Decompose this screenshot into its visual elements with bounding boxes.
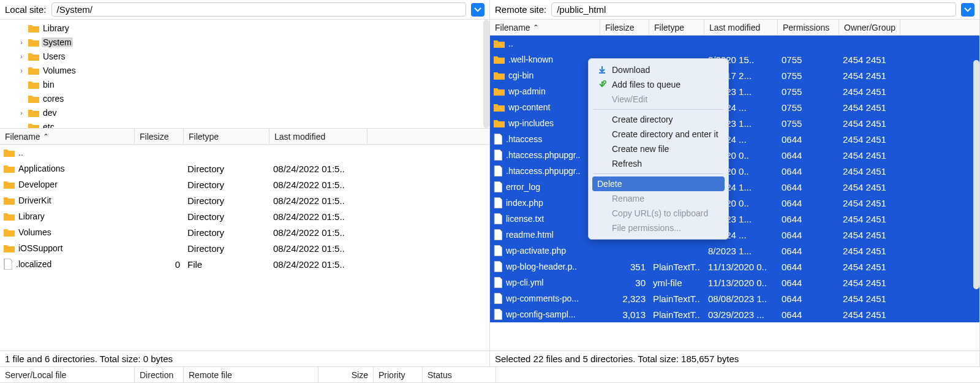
folder-icon <box>28 123 39 129</box>
file-row[interactable]: wp-admin8/2023 1...07552454 2451 <box>490 83 979 99</box>
file-row[interactable]: license.txt7/2023 1...06442454 2451 <box>490 211 979 227</box>
file-icon <box>494 181 502 192</box>
remote-path-dropdown[interactable] <box>961 3 974 17</box>
scrollbar[interactable] <box>973 60 979 289</box>
file-mod: 08/08/2023 1.. <box>704 294 778 304</box>
file-icon <box>4 259 12 270</box>
col-filetype[interactable]: Filetype <box>649 20 704 35</box>
col-status[interactable]: Status <box>423 367 496 382</box>
file-perm: 0755 <box>778 118 839 129</box>
file-perm: 0644 <box>778 262 839 272</box>
file-row[interactable]: .htaccess.phpupgr..7/2020 0..06442454 24… <box>490 163 979 179</box>
tree-item[interactable]: ›System <box>0 35 489 49</box>
chevron-right-icon[interactable]: › <box>17 109 26 116</box>
file-owner: 2454 2451 <box>839 86 900 97</box>
local-file-list[interactable]: ..ApplicationsDirectory08/24/2022 01:5..… <box>0 145 489 351</box>
col-priority[interactable]: Priority <box>374 367 423 382</box>
file-row[interactable]: DriverKitDirectory08/24/2022 01:5.. <box>0 192 489 208</box>
file-size: 0 <box>135 259 184 270</box>
file-row[interactable]: wp-activate.php8/2023 1...06442454 2451 <box>490 243 979 259</box>
col-filename[interactable]: Filename⌃ <box>490 20 600 35</box>
file-row[interactable]: DeveloperDirectory08/24/2022 01:5.. <box>0 176 489 192</box>
file-row[interactable]: .well-known2/2020 15..07552454 2451 <box>490 51 979 67</box>
col-size[interactable]: Size <box>318 367 374 382</box>
tree-item[interactable]: cores <box>0 91 489 105</box>
tree-item[interactable]: ›dev <box>0 105 489 119</box>
file-owner: 2454 2451 <box>839 102 900 113</box>
file-row[interactable]: ApplicationsDirectory08/24/2022 01:5.. <box>0 161 489 176</box>
file-name: license.txt <box>506 214 544 224</box>
col-direction[interactable]: Direction <box>135 367 184 382</box>
file-row[interactable]: .htaccess8/2024 ...06442454 2451 <box>490 131 979 147</box>
col-remote-file[interactable]: Remote file <box>184 367 318 382</box>
file-row[interactable]: .htaccess.phpupgr..7/2020 0..06442454 24… <box>490 147 979 163</box>
file-icon <box>494 134 502 145</box>
file-row[interactable]: LibraryDirectory08/24/2022 01:5.. <box>0 208 489 224</box>
file-row[interactable]: .. <box>490 36 979 51</box>
ctx-view-edit: View/Edit <box>589 92 728 107</box>
col-filesize[interactable]: Filesize <box>135 129 184 144</box>
file-mod: 08/24/2022 01:5.. <box>270 180 368 190</box>
file-icon <box>494 261 502 272</box>
file-icon <box>494 245 502 256</box>
tree-item[interactable]: ›Volumes <box>0 63 489 77</box>
file-name: wp-cli.yml <box>506 278 543 287</box>
tree-item[interactable]: bin <box>0 77 489 91</box>
file-name: index.php <box>506 198 543 208</box>
file-row[interactable]: iOSSupportDirectory08/24/2022 01:5.. <box>0 240 489 256</box>
col-filename[interactable]: Filename⌃ <box>0 129 135 144</box>
tree-item[interactable]: etc <box>0 119 489 129</box>
file-name: wp-content <box>508 102 550 112</box>
scrollbar[interactable] <box>483 20 489 128</box>
chevron-right-icon[interactable]: › <box>17 67 26 74</box>
tree-label: cores <box>42 94 65 104</box>
col-filetype[interactable]: Filetype <box>184 129 270 144</box>
file-name: Library <box>18 211 45 221</box>
local-path-dropdown[interactable] <box>471 3 484 17</box>
file-row[interactable]: .localized0File08/24/2022 01:5.. <box>0 256 489 272</box>
local-path-input[interactable]: /System/ <box>51 2 466 17</box>
folder-icon <box>4 196 15 205</box>
file-row[interactable]: .. <box>0 145 489 161</box>
ctx-create-file[interactable]: Create new file <box>589 142 728 156</box>
ctx-delete[interactable]: Delete <box>592 176 725 191</box>
file-row[interactable]: VolumesDirectory08/24/2022 01:5.. <box>0 224 489 240</box>
file-row[interactable]: wp-cli.yml30yml-file11/13/2020 0..064424… <box>490 275 979 290</box>
file-row[interactable]: wp-content8/2024 ...07552454 2451 <box>490 99 979 115</box>
col-perm[interactable]: Permissions <box>778 20 839 35</box>
file-row[interactable]: error_log7/2024 1...06442454 2451 <box>490 179 979 195</box>
tree-item[interactable]: ›Users <box>0 49 489 63</box>
file-row[interactable]: index.php3/2020 0..06442454 2451 <box>490 195 979 211</box>
ctx-create-dir-enter[interactable]: Create directory and enter it <box>589 127 728 142</box>
file-row[interactable]: wp-comments-po...2,323PlainTextT..08/08/… <box>490 290 979 306</box>
remote-pane: Remote site: /public_html Filename⌃ File… <box>490 0 980 366</box>
file-row[interactable]: wp-includes7/2023 1...07552454 2451 <box>490 115 979 131</box>
ctx-add-queue[interactable]: Add files to queue <box>589 77 728 92</box>
file-name: cgi-bin <box>508 70 533 80</box>
file-perm: 0644 <box>778 246 839 256</box>
local-tree[interactable]: Library›System›Users›Volumesbincores›dev… <box>0 20 489 129</box>
col-lastmod[interactable]: Last modified <box>704 20 778 35</box>
ctx-refresh[interactable]: Refresh <box>589 156 728 171</box>
file-size: 30 <box>600 278 649 288</box>
file-row[interactable]: cgi-bin2/2017 2...07552454 2451 <box>490 67 979 83</box>
remote-path-input[interactable]: /public_html <box>551 2 956 17</box>
chevron-right-icon[interactable]: › <box>17 39 26 46</box>
file-mod: 08/24/2022 01:5.. <box>270 243 368 254</box>
ctx-download[interactable]: Download <box>589 63 728 77</box>
file-owner: 2454 2451 <box>839 118 900 129</box>
ctx-create-dir[interactable]: Create directory <box>589 112 728 127</box>
file-type: PlainTextT.. <box>649 294 704 304</box>
chevron-right-icon[interactable]: › <box>17 53 26 60</box>
file-owner: 2454 2451 <box>839 262 900 272</box>
file-row[interactable]: wp-blog-header.p..351PlainTextT..11/13/2… <box>490 259 979 275</box>
file-icon <box>494 165 502 176</box>
remote-file-list[interactable]: ...well-known2/2020 15..07552454 2451cgi… <box>490 36 979 351</box>
col-lastmod[interactable]: Last modified <box>270 129 368 144</box>
col-owner[interactable]: Owner/Group <box>839 20 900 35</box>
file-row[interactable]: readme.html0/2024 ...06442454 2451 <box>490 227 979 243</box>
file-row[interactable]: wp-config-sampl...3,013PlainTextT..03/29… <box>490 306 979 322</box>
tree-item[interactable]: Library <box>0 21 489 35</box>
col-filesize[interactable]: Filesize <box>600 20 649 35</box>
col-server-local[interactable]: Server/Local file <box>0 367 135 382</box>
